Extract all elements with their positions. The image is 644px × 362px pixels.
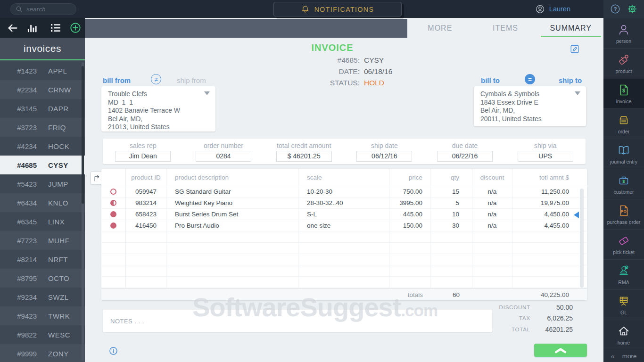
empty-table-row[interactable] — [101, 254, 587, 265]
invoice-list-item[interactable]: #5423 JUMP — [0, 174, 85, 193]
status-circle-icon[interactable] — [110, 200, 116, 206]
invoice-list-item[interactable]: #9423 TWRK — [0, 306, 85, 325]
user-menu[interactable]: Lauren — [535, 0, 570, 18]
bill-to-label[interactable]: bill to — [481, 76, 500, 84]
tab[interactable]: ITEMS — [473, 19, 538, 38]
list-icon[interactable] — [50, 22, 61, 33]
journal-book-icon — [617, 143, 631, 157]
summary-label: DISCOUNT — [499, 304, 530, 310]
gear-icon[interactable] — [627, 4, 637, 14]
bill-from-card[interactable]: Trouble Clefs MD–1–1 1402 Banavie Terrac… — [101, 86, 215, 132]
table-row[interactable]: 059947 SG Standard Guitar 10-20-30 750.0… — [101, 186, 587, 197]
notifications-button[interactable]: NOTIFICATIONS — [273, 2, 402, 16]
info-icon[interactable] — [109, 346, 118, 355]
invoice-list-item[interactable]: #9234 SWZL — [0, 288, 85, 306]
invoice-list-item[interactable]: #8795 OCTO — [0, 269, 85, 288]
header-description: product description — [166, 169, 298, 186]
field-input[interactable]: 06/12/16 — [356, 151, 412, 162]
nav-item-journal-entry[interactable]: journal entry — [603, 139, 644, 169]
empty-table-row[interactable] — [101, 277, 587, 288]
field-input[interactable]: 0284 — [196, 151, 251, 162]
nav-item-rma[interactable]: RMA — [603, 259, 644, 289]
invoice-number: #9234 — [0, 293, 37, 301]
add-icon[interactable] — [70, 22, 81, 33]
nav-item-product[interactable]: $ product — [603, 48, 644, 78]
field-input[interactable]: Jim Dean — [115, 151, 171, 162]
invoice-list-item[interactable]: #4685 CYSY — [0, 156, 85, 174]
field-input[interactable]: $ 46201.25 — [276, 151, 332, 162]
search-input[interactable] — [26, 6, 70, 13]
notifications-label: NOTIFICATIONS — [314, 6, 374, 13]
invoice-list-item[interactable]: #8214 NRFT — [0, 250, 85, 269]
table-row[interactable]: 416450 Pro Burst Audio one size 150.00 3… — [101, 220, 587, 231]
line-items-table: product ID product description scale pri… — [101, 169, 587, 300]
help-button[interactable]: ? — [610, 4, 620, 14]
nav-item-purchase-order[interactable]: PO purchase order — [603, 199, 644, 229]
invoice-number: #5423 — [0, 180, 37, 188]
invoice-list-item[interactable]: #7723 MUHF — [0, 231, 85, 250]
ship-to-label[interactable]: ship to — [559, 76, 582, 84]
edit-button[interactable] — [570, 44, 580, 54]
invoice-number: #8795 — [0, 274, 37, 282]
cell-qty: 15 — [430, 186, 472, 197]
bill-from-label[interactable]: bill from — [103, 76, 131, 84]
cell-status — [101, 197, 126, 208]
invoice-number: #9423 — [0, 312, 37, 320]
equal-icon[interactable]: = — [525, 74, 535, 84]
invoice-list-item[interactable]: #9999 ZONY — [0, 344, 85, 362]
address-line: 1843 Essex Drive E — [480, 99, 580, 107]
invoice-list-item[interactable]: #3723 FRIQ — [0, 118, 85, 137]
back-arrow-icon[interactable] — [7, 22, 18, 34]
status-circle-icon[interactable] — [110, 189, 116, 195]
ship-from-label[interactable]: ship from — [177, 76, 206, 84]
nav-item-invoice[interactable]: $ invoice — [603, 78, 644, 108]
status-circle-icon[interactable] — [110, 222, 116, 229]
cell-description: Weighted Key Piano — [166, 197, 298, 208]
table-row[interactable]: 983214 Weighted Key Piano 28-30-32..40 3… — [101, 197, 587, 209]
empty-table-row[interactable] — [101, 243, 587, 254]
invoice-list-item[interactable]: #6345 LINX — [0, 212, 85, 231]
nav-item-gl[interactable]: GL — [603, 289, 644, 320]
invoice-list-item[interactable]: #3145 DAPR — [0, 99, 85, 118]
invoice-list-item[interactable]: #6434 KNLO — [0, 193, 85, 212]
cell-product-id: 983214 — [126, 197, 166, 208]
header-scale: scale — [298, 169, 389, 186]
table-scrollbar[interactable] — [580, 189, 584, 288]
nav-item-order[interactable]: order — [603, 108, 644, 139]
invoice-summary: DISCOUNT 50.00 TAX 6,026.25 TOTAL 46201.… — [427, 302, 573, 335]
nav-item-person[interactable]: person — [603, 18, 644, 48]
field-input[interactable]: 06/22/16 — [437, 151, 493, 162]
bill-to-card[interactable]: Cymbals & Symbols 1843 Essex Drive E Bel… — [474, 86, 586, 126]
sidebar-scrollbar[interactable] — [82, 62, 84, 361]
bill-to-name: Cymbals & Symbols — [480, 90, 580, 99]
bar-chart-icon[interactable] — [27, 23, 38, 33]
tab[interactable]: MORE — [407, 19, 473, 38]
chevron-down-icon[interactable] — [575, 91, 580, 95]
more-button[interactable]: « more — [603, 350, 644, 362]
field-label: ship date — [371, 142, 398, 149]
invoice-field: total credit amount $ 46201.25 — [264, 139, 344, 164]
invoice-list-item[interactable]: #9822 WESC — [0, 325, 85, 344]
collapse-button[interactable] — [534, 344, 587, 357]
table-row[interactable]: 658423 Burst Series Drum Set S-L 445.00 … — [101, 209, 587, 220]
search-bar[interactable] — [10, 3, 76, 15]
nav-item-customer[interactable]: $ customer — [603, 169, 644, 199]
chevron-down-icon[interactable] — [204, 91, 210, 95]
nav-item-home[interactable]: home — [603, 320, 644, 350]
nav-item-pick-ticket[interactable]: pick ticket — [603, 229, 644, 259]
invoice-list-item[interactable]: #4234 HOCK — [0, 137, 85, 156]
field-input[interactable]: UPS — [518, 151, 573, 162]
indent-arrow-button[interactable] — [91, 172, 102, 184]
invoice-list-item[interactable]: #1423 APPL — [0, 61, 85, 80]
empty-table-row[interactable] — [101, 265, 587, 277]
invoice-list-item[interactable]: #2234 CRNW — [0, 80, 85, 99]
not-equal-icon[interactable]: ≠ — [151, 74, 161, 84]
tab[interactable]: SUMMARY — [538, 19, 603, 38]
empty-table-row[interactable] — [101, 231, 587, 243]
invoice-code: KNLO — [48, 199, 68, 207]
invoice-field: ship via UPS — [505, 139, 586, 164]
sidebar-scroll-thumb[interactable] — [82, 66, 84, 204]
address-line: Bel Air, MD, — [480, 107, 580, 115]
invoice-number: #4685 — [0, 161, 37, 169]
status-circle-icon[interactable] — [110, 211, 116, 217]
